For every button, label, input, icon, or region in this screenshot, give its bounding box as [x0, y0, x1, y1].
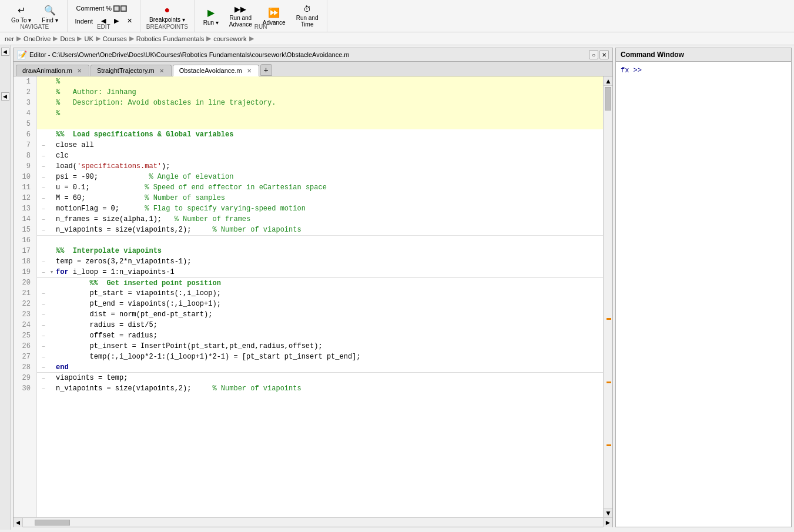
code-container: 1 2 3 4 5 6 7 8 9 10 11 12 13 14 15 16 1…: [14, 76, 612, 517]
tab-straighttrajectory-label: StraightTrajectory.m: [97, 67, 155, 74]
goto-button[interactable]: ↵ Go To ▾: [7, 2, 35, 26]
code-line-12[interactable]: – M = 60; % Number of samples: [37, 193, 603, 203]
scroll-thumb[interactable]: [605, 87, 611, 111]
editor-panel: 📝 Editor - C:\Users\Owner\OneDrive\Docs\…: [13, 48, 613, 527]
collapse-btn-2[interactable]: ◀: [1, 92, 9, 101]
vertical-scrollbar[interactable]: ▲ ▼: [603, 76, 612, 517]
code-area[interactable]: % % Author: Jinhang % Description: Avoid…: [37, 76, 603, 517]
ln-30: 30: [17, 383, 33, 394]
tab-straighttrajectory-close[interactable]: ✕: [158, 68, 165, 74]
tab-drawanimation[interactable]: drawAnimation.m ✕: [16, 65, 89, 76]
ln-17: 17: [17, 246, 33, 256]
dash-21: –: [39, 288, 48, 299]
code-line-6[interactable]: %% Load specifications & Global variable…: [37, 129, 603, 140]
h-scroll-track[interactable]: [23, 519, 603, 526]
code-11-a: u = 0.1;: [56, 182, 145, 193]
tab-obstacleavoidance-close[interactable]: ✕: [246, 68, 253, 74]
code-11-b: % Speed of end effector in eCartesian sp…: [145, 182, 327, 193]
dash-10: –: [39, 172, 48, 182]
find-button[interactable]: 🔍 Find ▾: [38, 2, 62, 26]
code-line-18[interactable]: – temp = zeros(3,2*n_viapoints-1);: [37, 256, 603, 267]
code-line-5[interactable]: [37, 119, 603, 129]
indent-button[interactable]: Indent: [72, 16, 96, 26]
code-line-10[interactable]: – psi = -90; % Angle of elevation: [37, 172, 603, 182]
run-button[interactable]: ▶ Run ▾: [199, 5, 223, 28]
cmd-content[interactable]: fx >>: [616, 62, 791, 527]
code-line-3[interactable]: % Description: Avoid obstacles in line t…: [37, 98, 603, 108]
code-line-29[interactable]: – viapoints = temp;: [37, 373, 603, 383]
code-20-content: %% Get inserted point position: [56, 278, 221, 289]
scroll-track[interactable]: [604, 86, 612, 508]
code-line-30[interactable]: – n_viapoints = size(viapoints,2); % Num…: [37, 383, 603, 394]
breadcrumb-courses[interactable]: Courses: [103, 35, 127, 42]
editor-minimize-btn[interactable]: ○: [589, 50, 598, 59]
code-line-4[interactable]: %: [37, 108, 603, 119]
code-line-21[interactable]: – pt_start = viapoints(:,i_loop);: [37, 288, 603, 299]
breadcrumb-docs[interactable]: Docs: [60, 35, 75, 42]
code-line-17[interactable]: %% Interpolate viapoints: [37, 246, 603, 256]
indent-right-button[interactable]: ▶: [111, 15, 122, 26]
scroll-right-btn[interactable]: ►: [603, 518, 612, 527]
ln-14: 14: [17, 214, 33, 225]
collapse-btn-1[interactable]: ◀: [1, 48, 9, 56]
breadcrumb-onedrive[interactable]: OneDrive: [24, 35, 51, 42]
breadcrumb-uk[interactable]: UK: [84, 35, 93, 42]
dash-29: –: [39, 373, 48, 383]
scroll-down-btn[interactable]: ▼: [604, 508, 612, 517]
code-line-1[interactable]: %: [37, 76, 603, 87]
code-line-26[interactable]: – pt_insert = InsertPoint(pt_start,pt_en…: [37, 341, 603, 352]
ln-9: 9: [17, 161, 33, 172]
breakpoints-icon: ●: [165, 5, 170, 15]
code-line-14[interactable]: – n_frames = size(alpha,1); % Number of …: [37, 214, 603, 225]
code-line-2[interactable]: % Author: Jinhang: [37, 87, 603, 98]
breadcrumb-robotics[interactable]: Robotics Fundamentals: [136, 35, 205, 42]
run-time-icon: ⏱: [303, 5, 311, 14]
advance-icon: ⏩: [268, 7, 280, 18]
tab-add-button[interactable]: +: [260, 64, 272, 76]
code-line-9[interactable]: – load('specifications.mat');: [37, 161, 603, 172]
code-line-19[interactable]: – ▾ for i_loop = 1:n_viapoints-1: [37, 267, 603, 277]
tab-straighttrajectory[interactable]: StraightTrajectory.m ✕: [91, 65, 172, 76]
code-line-22[interactable]: – pt_end = viapoints(:,i_loop+1);: [37, 299, 603, 309]
h-scroll-thumb[interactable]: [35, 520, 70, 526]
code-line-13[interactable]: – motionFlag = 0; % Flag to specify vary…: [37, 203, 603, 214]
toolbar-navigate-group: ↵ Go To ▾ 🔍 Find ▾ NAVIGATE: [2, 0, 68, 32]
ln-7: 7: [17, 140, 33, 150]
breadcrumb-coursework[interactable]: coursework: [213, 35, 246, 42]
bottom-scrollbar[interactable]: ◄ ►: [14, 517, 612, 527]
indent-right-icon: ▶: [114, 17, 119, 25]
code-line-23[interactable]: – dist = norm(pt_end-pt_start);: [37, 309, 603, 320]
scroll-up-btn[interactable]: ▲: [604, 76, 612, 86]
indent-x-button[interactable]: ✕: [124, 15, 135, 26]
code-7-content: close all: [56, 140, 94, 150]
breadcrumb-ner[interactable]: ner: [5, 35, 14, 42]
code-line-16[interactable]: [37, 235, 603, 246]
dash-23: –: [39, 309, 48, 320]
tab-obstacleavoidance-label: ObstacleAvoidance.m: [179, 67, 242, 74]
code-line-27[interactable]: – temp(:,i_loop*2-1:(i_loop+1)*2-1) = [p…: [37, 352, 603, 362]
code-line-20[interactable]: %% Get inserted point position: [37, 277, 603, 288]
code-12-a: M = 60;: [56, 193, 145, 203]
toolbar-breakpoints-group: ● Breakpoints ▾ BREAKPOINTS: [140, 0, 195, 32]
breakpoints-button[interactable]: ● Breakpoints ▾: [145, 2, 189, 25]
sep7: ▶: [249, 35, 254, 42]
code-line-24[interactable]: – radius = dist/5;: [37, 320, 603, 330]
ln-13: 13: [17, 203, 33, 214]
code-line-25[interactable]: – offset = radius;: [37, 330, 603, 341]
tab-drawanimation-close[interactable]: ✕: [76, 68, 83, 74]
code-line-15[interactable]: – n_viapoints = size(viapoints,2); % Num…: [37, 225, 603, 235]
run-time-button[interactable]: ⏱ Run andTime: [292, 2, 323, 30]
comment-button[interactable]: Comment % 🔲🔲: [72, 2, 132, 14]
run-advance-button[interactable]: ▶▶ Run andAdvance: [225, 2, 256, 30]
editor-close-btn[interactable]: ✕: [599, 50, 609, 59]
code-lines: % % Author: Jinhang % Description: Avoid…: [37, 76, 603, 394]
scroll-left-btn[interactable]: ◄: [14, 518, 23, 527]
cmd-prompt: fx >>: [621, 66, 642, 75]
code-19-rest: i_loop = 1:n_viapoints-1: [69, 267, 175, 277]
dash-18: –: [39, 256, 48, 267]
code-line-11[interactable]: – u = 0.1; % Speed of end effector in eC…: [37, 182, 603, 193]
code-line-28[interactable]: – end: [37, 362, 603, 373]
code-line-8[interactable]: – clc: [37, 150, 603, 161]
code-line-7[interactable]: – close all: [37, 140, 603, 150]
tab-obstacleavoidance[interactable]: ObstacleAvoidance.m ✕: [173, 65, 259, 76]
